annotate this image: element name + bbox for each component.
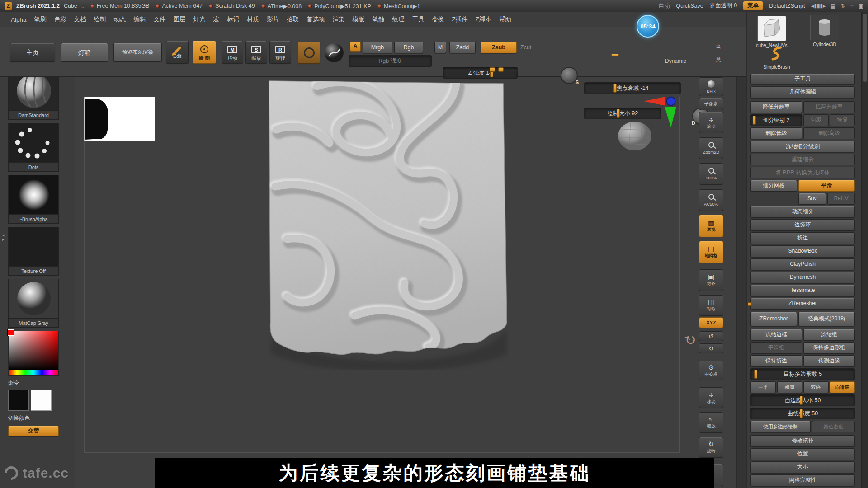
scale-gizmo-button[interactable]: S 缩放 bbox=[245, 41, 267, 64]
adaptive-size-slider[interactable]: 自适应大小 50 bbox=[750, 394, 855, 406]
suv-button[interactable]: Suv bbox=[798, 193, 826, 205]
edgeloop-header[interactable]: 边缘环 bbox=[750, 219, 855, 231]
scroll-button[interactable]: ↔↕ 滚动 bbox=[699, 112, 723, 133]
shadowbox-header[interactable]: ShadowBox bbox=[750, 245, 855, 257]
panel-divider[interactable] bbox=[736, 77, 746, 488]
menu-item[interactable]: 拾取 bbox=[287, 15, 299, 23]
camera-nav-sphere[interactable] bbox=[617, 121, 652, 153]
same-button[interactable]: 相同 bbox=[777, 381, 802, 393]
curve-strength-slider[interactable]: 曲线强度 50 bbox=[750, 408, 855, 419]
titlebar-icon[interactable]: ≡ bbox=[850, 3, 854, 9]
menu-item[interactable]: 动态 bbox=[114, 15, 126, 23]
nav-scale-button[interactable]: ⇔ 缩放 bbox=[699, 412, 723, 433]
center-point-button[interactable]: ⊙ 中心点 bbox=[699, 361, 723, 380]
geometry-header[interactable]: 几何体编辑 bbox=[750, 86, 855, 98]
position-header[interactable]: 位置 bbox=[750, 448, 855, 460]
subtool-header[interactable]: 子工具 bbox=[750, 74, 855, 84]
rotate-gizmo-button[interactable]: R 旋转 bbox=[269, 41, 291, 64]
menu-item[interactable]: 变换 bbox=[432, 15, 444, 23]
menu-item[interactable]: 模版 bbox=[353, 15, 365, 23]
canvas-viewport[interactable]: ↻ bbox=[75, 77, 736, 488]
legacy-2018-button[interactable]: 经典模式(2018) bbox=[798, 312, 855, 326]
color-density-button[interactable]: 颜色密度 bbox=[812, 421, 855, 432]
keep-creases-button[interactable]: 保持折边 bbox=[750, 355, 802, 367]
aahalf-button[interactable]: AC50% bbox=[699, 189, 723, 211]
freeze-border-button[interactable]: 冻结边框 bbox=[750, 329, 802, 341]
z-intensity-slider[interactable]: Z 强度 14 bbox=[443, 67, 518, 79]
menu-toggle-button[interactable]: 菜单 bbox=[743, 1, 763, 10]
sculptris-pro-button[interactable]: S bbox=[561, 67, 578, 84]
titlebar-icon[interactable]: ▣ bbox=[859, 3, 863, 9]
menu-item[interactable]: Z脚本 bbox=[476, 15, 491, 23]
alpha-selector[interactable]: ~BrushAlpha bbox=[8, 175, 59, 224]
claypolish-header[interactable]: ClayPolish bbox=[750, 258, 855, 270]
z-intensity-handle-2[interactable] bbox=[498, 67, 504, 72]
zcut-button[interactable]: Zcut bbox=[520, 44, 531, 51]
menu-item[interactable]: Z插件 bbox=[452, 15, 468, 23]
titlebar-icon[interactable]: ⇅ bbox=[841, 3, 845, 9]
menu-item[interactable]: 绘制 bbox=[94, 15, 106, 23]
lower-res-button[interactable]: 降低分辨率 bbox=[750, 101, 802, 113]
draw-size-nub[interactable] bbox=[617, 109, 620, 118]
target-polygons-slider[interactable]: 目标多边形数 5 bbox=[750, 368, 855, 380]
edit-button[interactable]: Edit bbox=[166, 41, 189, 64]
secondary-color-swatch[interactable] bbox=[31, 390, 52, 411]
current-tool-thumb[interactable]: cube_NewUVs bbox=[756, 16, 787, 48]
zbrush-logo-icon[interactable]: Z bbox=[5, 2, 12, 10]
reuv-button[interactable]: ReUV bbox=[827, 193, 855, 205]
nav-rotate-button[interactable]: ↻ 旋转 bbox=[699, 437, 723, 458]
menu-item[interactable]: 材质 bbox=[247, 15, 259, 23]
simplebrush-thumb[interactable]: SimpleBrush bbox=[763, 46, 790, 70]
menu-item[interactable]: 灯光 bbox=[193, 15, 206, 23]
nav-move-button[interactable]: ↔↕ 移动 bbox=[699, 387, 723, 408]
keep-groups-button[interactable]: 保持多边形组 bbox=[803, 342, 855, 354]
cage-button[interactable]: 包裹 bbox=[803, 114, 828, 126]
material-selector[interactable]: MatCap Gray bbox=[8, 279, 59, 328]
move-gizmo-button[interactable]: M 移动 bbox=[222, 41, 243, 64]
adaptive-size-nub[interactable] bbox=[800, 396, 803, 405]
canvas-rotate-icon[interactable]: ↻ bbox=[683, 331, 699, 349]
mesh-integrity-header[interactable]: 网格完整性 bbox=[750, 474, 855, 486]
zadd-button[interactable]: Zadd bbox=[449, 42, 476, 53]
adaptive-button[interactable]: 自适应 bbox=[830, 381, 855, 393]
alternate-button[interactable]: 交替 bbox=[8, 426, 59, 436]
bpr-to-geo-button[interactable]: 将 BPR 转换为几何体 bbox=[750, 167, 855, 178]
size-header[interactable]: 大小 bbox=[750, 461, 855, 473]
modify-topology-header[interactable]: 修改拓扑 bbox=[750, 435, 855, 447]
saturation-value-square[interactable] bbox=[9, 331, 58, 370]
m-button[interactable]: M bbox=[434, 42, 446, 53]
focal-shift-handle[interactable] bbox=[611, 54, 619, 56]
switch-color-button[interactable]: 切换颜色 bbox=[8, 414, 59, 422]
frame-button[interactable]: ▣ 对齐 bbox=[699, 269, 723, 291]
zremesher-button[interactable]: ZRemesher bbox=[750, 312, 797, 326]
higher-res-button[interactable]: 提高分辨率 bbox=[803, 101, 855, 113]
spin-right-button[interactable]: ↻ bbox=[699, 343, 723, 353]
main-color-swatch[interactable] bbox=[8, 390, 29, 411]
menu-item[interactable]: 文件 bbox=[154, 15, 166, 23]
panel-scrollbar[interactable] bbox=[861, 12, 868, 488]
panel-scroll-handle[interactable] bbox=[863, 14, 867, 82]
menu-item[interactable]: 笔刷 bbox=[34, 15, 47, 23]
freeze-groups-button[interactable]: 冻结组 bbox=[803, 329, 855, 341]
menu-item[interactable]: 图层 bbox=[174, 15, 186, 23]
menu-item[interactable]: 影片 bbox=[267, 15, 279, 23]
delete-higher-button[interactable]: 删除高级 bbox=[803, 127, 855, 139]
auto-toggle[interactable]: 自动 bbox=[658, 2, 670, 10]
spix-button[interactable]: 子像素 bbox=[699, 98, 723, 110]
default-zscript-button[interactable]: DefaultZScript bbox=[769, 3, 805, 9]
z-intensity-handle[interactable] bbox=[490, 67, 495, 72]
zremesher-header[interactable]: ZRemesher bbox=[750, 298, 855, 310]
divide-button[interactable]: 细分网格 bbox=[750, 180, 797, 192]
draw-button[interactable]: 绘 制 bbox=[193, 41, 216, 64]
zoom2d-button[interactable]: Zoom2D bbox=[699, 137, 723, 159]
brush-selector[interactable]: DamStandard bbox=[8, 71, 59, 120]
menu-item[interactable]: 工具 bbox=[412, 15, 425, 23]
menu-item[interactable]: 渲染 bbox=[333, 15, 345, 23]
use-polypaint-button[interactable]: 使用多边形绘制 bbox=[750, 421, 811, 432]
floor-grid-button[interactable]: ▤ 地网格 bbox=[699, 241, 723, 263]
target-polygons-nub[interactable] bbox=[754, 370, 757, 379]
ui-transparency-slider[interactable]: 界面透明 0 bbox=[710, 2, 737, 10]
freeze-sdiv-button[interactable]: 冻结细分级别 bbox=[750, 141, 855, 152]
perspective-button[interactable]: ▦ 透视 bbox=[699, 215, 723, 237]
left-tray-divider-handle[interactable]: ◂ ▸ bbox=[0, 233, 6, 242]
